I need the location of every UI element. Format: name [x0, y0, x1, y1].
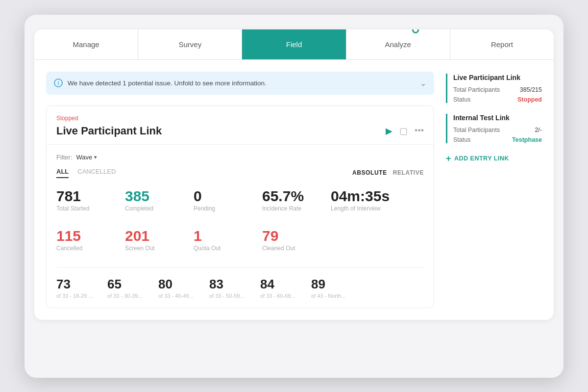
- add-entry-link-label: ADD ENTRY LINK: [454, 155, 509, 162]
- add-entry-link-button[interactable]: + ADD ENTRY LINK: [446, 154, 542, 163]
- stat-cleaned-out-label: Cleaned Out: [262, 245, 316, 252]
- tab-analyze[interactable]: Analyze: [346, 29, 450, 59]
- stat-quota-out: 1 Quota Out: [194, 228, 247, 252]
- bottom-stat-6-number: 89: [311, 277, 350, 292]
- tab-report[interactable]: Report: [450, 29, 554, 59]
- content-area: i We have detected 1 potential issue. Un…: [34, 60, 554, 320]
- stats-area: Filter: Wave ▾ ALL CANCELLED: [47, 145, 434, 308]
- stat-completed-label: Completed: [125, 205, 179, 212]
- internal-link-status-label: Status: [453, 136, 470, 143]
- internal-link-participants-value: 2/-: [535, 127, 542, 133]
- live-link-participants-row: Total Participants 385/215: [453, 86, 542, 93]
- bottom-stat-5-number: 84: [260, 277, 299, 292]
- live-link-status-label: Status: [453, 96, 470, 103]
- right-panel: Live Participant Link Total Participants…: [446, 72, 554, 320]
- bottom-stat-1: 73 of 33 - 18-29 ...: [56, 277, 96, 299]
- survey-title: Live Participant Link: [56, 125, 162, 137]
- bottom-stat-3-label: of 33 - 40-49...: [158, 293, 197, 299]
- filter-label: Filter:: [56, 154, 73, 161]
- survey-header: Stopped Live Participant Link ▶ ▢ •••: [47, 106, 434, 145]
- secondary-stats-row: 115 Cancelled 201 Screen Out 1 Quota Out: [56, 228, 424, 256]
- stat-quota-out-label: Quota Out: [194, 245, 247, 252]
- bottom-stat-6-label: of 43 - North...: [311, 293, 350, 299]
- stat-screen-out-label: Screen Out: [125, 245, 179, 252]
- stat-incidence-rate: 65.7% Incidence Rate: [262, 188, 316, 212]
- survey-block: Stopped Live Participant Link ▶ ▢ •••: [46, 105, 434, 308]
- stat-screen-out: 201 Screen Out: [125, 228, 179, 252]
- tab-field[interactable]: Field: [242, 29, 346, 59]
- bottom-stat-1-number: 73: [56, 277, 96, 292]
- stat-screen-out-number: 201: [125, 228, 179, 244]
- bottom-stat-3: 80 of 33 - 40-49...: [158, 277, 197, 299]
- bottom-stat-2: 65 of 33 - 30-39...: [107, 277, 147, 299]
- main-card: Manage Survey Field Analyze Report i We …: [34, 29, 554, 320]
- tabs-bar: Manage Survey Field Analyze Report: [34, 29, 554, 60]
- bottom-stat-3-number: 80: [158, 277, 197, 292]
- plus-icon: +: [446, 154, 451, 163]
- filter-value: Wave: [76, 154, 93, 161]
- survey-status: Stopped: [56, 115, 424, 122]
- bottom-stat-4-label: of 33 - 50-59...: [209, 293, 248, 299]
- internal-link-section: Internal Test Link Total Participants 2/…: [446, 114, 542, 143]
- stat-pending: 0 Pending: [194, 188, 247, 212]
- stat-total-started-label: Total Started: [56, 205, 110, 212]
- internal-link-status-value: Testphase: [512, 136, 542, 143]
- internal-link-participants-row: Total Participants 2/-: [453, 127, 542, 133]
- stat-incidence-rate-label: Incidence Rate: [262, 205, 316, 212]
- stat-cancelled: 115 Cancelled: [56, 228, 110, 252]
- bottom-stat-2-label: of 33 - 30-39...: [107, 293, 147, 299]
- stat-length-label: Length of Interview: [331, 205, 390, 212]
- filter-chevron-icon: ▾: [94, 154, 97, 160]
- toggle-relative[interactable]: RELATIVE: [393, 169, 424, 176]
- stat-total-started-number: 781: [56, 188, 110, 204]
- stat-quota-out-number: 1: [194, 228, 247, 244]
- stat-cancelled-label: Cancelled: [56, 245, 110, 252]
- stat-completed-number: 385: [125, 188, 179, 204]
- stat-incidence-rate-number: 65.7%: [262, 188, 316, 204]
- device-frame: Manage Survey Field Analyze Report i We …: [24, 15, 564, 378]
- live-link-participants-value: 385/215: [520, 86, 542, 93]
- internal-link-status-row: Status Testphase: [453, 136, 542, 143]
- info-icon: i: [54, 78, 63, 87]
- bottom-stats-row: 73 of 33 - 18-29 ... 65 of 33 - 30-39...…: [56, 267, 424, 299]
- alert-text: We have detected 1 potential issue. Unfo…: [68, 79, 267, 87]
- tab-manage[interactable]: Manage: [34, 29, 138, 59]
- live-link-status-value: Stopped: [517, 96, 542, 103]
- stat-pending-number: 0: [194, 188, 247, 204]
- main-stats-row: 781 Total Started 385 Completed 0 Pendin…: [56, 188, 424, 216]
- tab-survey[interactable]: Survey: [138, 29, 242, 59]
- bottom-stat-4-number: 83: [209, 277, 248, 292]
- filter-select[interactable]: Wave ▾: [76, 154, 98, 161]
- stat-length-number: 04m:35s: [331, 188, 390, 204]
- bottom-stat-4: 83 of 33 - 50-59...: [209, 277, 248, 299]
- live-link-title: Live Participant Link: [453, 74, 542, 81]
- filter-row: Filter: Wave ▾: [56, 154, 424, 161]
- view-toggle: ABSOLUTE RELATIVE: [352, 169, 424, 176]
- stat-cancelled-number: 115: [56, 228, 110, 244]
- bottom-stat-1-label: of 33 - 18-29 ...: [56, 293, 96, 299]
- stop-icon[interactable]: ▢: [399, 126, 408, 136]
- more-options-icon[interactable]: •••: [415, 126, 424, 136]
- sub-tab-cancelled[interactable]: CANCELLED: [77, 168, 116, 178]
- alert-banner: i We have detected 1 potential issue. Un…: [46, 72, 434, 95]
- stat-cleaned-out: 79 Cleaned Out: [262, 228, 316, 252]
- bottom-stat-2-number: 65: [107, 277, 147, 292]
- internal-link-title: Internal Test Link: [453, 114, 542, 122]
- play-icon[interactable]: ▶: [386, 126, 392, 136]
- live-link-section: Live Participant Link Total Participants…: [446, 74, 542, 103]
- sub-tabs-row: ALL CANCELLED ABSOLUTE RELATIVE: [56, 168, 424, 178]
- live-link-status-row: Status Stopped: [453, 96, 542, 103]
- sub-tabs: ALL CANCELLED: [56, 168, 116, 178]
- sub-tab-all[interactable]: ALL: [56, 168, 69, 178]
- stat-completed: 385 Completed: [125, 188, 179, 212]
- survey-title-row: Live Participant Link ▶ ▢ •••: [56, 125, 424, 137]
- left-panel: i We have detected 1 potential issue. Un…: [34, 72, 446, 320]
- stat-length-of-interview: 04m:35s Length of Interview: [331, 188, 390, 212]
- stat-total-started: 781 Total Started: [56, 188, 110, 212]
- alert-chevron-icon[interactable]: ⌄: [420, 78, 426, 88]
- toggle-absolute[interactable]: ABSOLUTE: [352, 169, 387, 176]
- bottom-stat-6: 89 of 43 - North...: [311, 277, 350, 299]
- stat-pending-label: Pending: [194, 205, 247, 212]
- bottom-stat-5: 84 of 33 - 60-69...: [260, 277, 299, 299]
- stat-cleaned-out-number: 79: [262, 228, 316, 244]
